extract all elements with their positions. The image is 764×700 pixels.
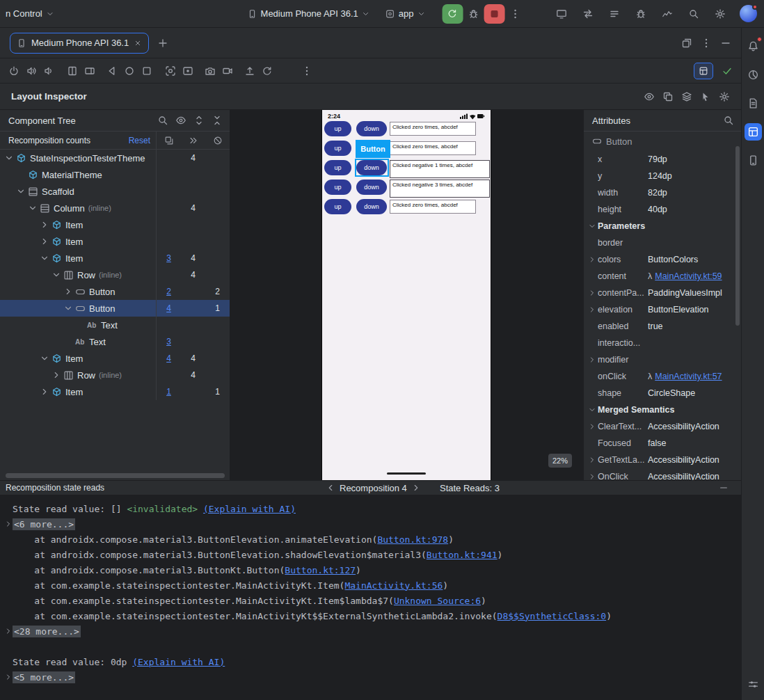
collapsed-frames[interactable]: <28 more...> xyxy=(13,626,81,637)
layout-inspector-toggle[interactable] xyxy=(694,63,713,79)
chevron-right-icon[interactable] xyxy=(588,472,598,480)
attr-section-merged-semantics[interactable]: Merged Semantics xyxy=(584,401,741,418)
attr-row-content[interactable]: contentλMainActivity.kt:59 xyxy=(584,268,741,285)
attr-row-shape[interactable]: shapeCircleShape xyxy=(584,385,741,401)
recomposition-count[interactable]: 3 xyxy=(157,253,181,263)
down-button[interactable]: down xyxy=(356,180,387,195)
chevron-right-icon[interactable] xyxy=(40,237,51,246)
layers-icon[interactable] xyxy=(681,91,692,102)
eye-icon[interactable] xyxy=(644,91,655,102)
attr-row-focused[interactable]: Focusedfalse xyxy=(584,435,741,452)
attr-row-border[interactable]: border xyxy=(584,234,741,251)
nav-back-icon[interactable] xyxy=(106,65,118,77)
attr-row-x[interactable]: x79dp xyxy=(584,151,741,168)
attr-row-onclick[interactable]: onClickλMainActivity.kt:57 xyxy=(584,368,741,385)
source-link[interactable]: MainActivity.kt:57 xyxy=(655,372,722,381)
chevron-right-icon[interactable] xyxy=(588,289,598,297)
tree-node-item[interactable]: Item44 xyxy=(0,350,230,367)
attr-row-colors[interactable]: colorsButtonColors xyxy=(584,251,741,268)
vertical-scrollbar[interactable] xyxy=(735,146,740,326)
up-button[interactable]: up xyxy=(324,160,351,175)
up-button[interactable]: up xyxy=(324,199,351,214)
console-link[interactable]: Button.kt:127 xyxy=(285,565,356,575)
console-link[interactable]: Button.kt:978 xyxy=(377,534,448,545)
layout-inspector-icon[interactable] xyxy=(745,123,762,141)
tree-node-text[interactable]: AbText3 xyxy=(0,333,230,350)
reset-counts-link[interactable]: Reset xyxy=(129,136,156,145)
chevron-down-icon[interactable] xyxy=(16,186,28,196)
device-icon[interactable] xyxy=(745,152,762,169)
run-config-selector[interactable]: app xyxy=(381,6,430,22)
chevron-down-icon[interactable] xyxy=(40,353,51,363)
device-mirror[interactable]: 2:24 updownClicked zero times, abcdefupd… xyxy=(322,110,491,480)
add-tab-icon[interactable] xyxy=(157,38,168,49)
reset-icon[interactable] xyxy=(262,65,273,77)
prev-recomposition-icon[interactable] xyxy=(326,483,335,493)
horizontal-scrollbar[interactable] xyxy=(6,473,225,478)
console-link[interactable]: Unknown Source:6 xyxy=(394,596,481,606)
minus-icon[interactable] xyxy=(720,38,731,49)
camera-icon[interactable] xyxy=(205,65,216,77)
unfold-icon[interactable] xyxy=(193,115,205,126)
sliders-icon[interactable] xyxy=(745,676,762,693)
search-icon[interactable] xyxy=(723,115,734,126)
slash-icon[interactable] xyxy=(205,136,230,145)
attr-row-onclick[interactable]: OnClickAccessibilityAction xyxy=(584,468,741,480)
chevron-right-icon[interactable] xyxy=(63,287,75,296)
recomposition-count[interactable]: 1 xyxy=(157,387,181,397)
recomposition-count[interactable]: 4 xyxy=(157,303,181,313)
tree-node-scaffold[interactable]: Scaffold xyxy=(0,183,230,200)
volume-down-icon[interactable] xyxy=(43,65,54,77)
chevron-right-icon[interactable] xyxy=(51,370,63,380)
up-button[interactable]: up xyxy=(324,180,351,195)
console-link[interactable]: D8$$SyntheticClass:0 xyxy=(498,611,607,621)
chevron-down-icon[interactable] xyxy=(28,203,40,213)
chevron-right-icon[interactable] xyxy=(588,456,598,464)
tree-node-button[interactable]: Button22 xyxy=(0,283,230,300)
pie-icon[interactable] xyxy=(745,66,762,83)
collapsed-frames[interactable]: <6 more...> xyxy=(13,518,75,530)
vcs-widget[interactable]: n Control xyxy=(1,6,58,22)
list-icon[interactable] xyxy=(609,8,620,19)
tree-node-row[interactable]: Row(inline)4 xyxy=(0,367,230,383)
tree-node-item[interactable]: Item xyxy=(0,233,230,250)
tree-node-item[interactable]: Item11 xyxy=(0,383,230,400)
search-icon[interactable] xyxy=(688,8,699,19)
volume-up-icon[interactable] xyxy=(26,65,37,77)
chevron-right-icon[interactable] xyxy=(40,387,51,397)
attr-row-interactio[interactable]: interactio... xyxy=(584,335,741,351)
doc-icon[interactable] xyxy=(745,95,762,112)
skips-icon[interactable] xyxy=(181,136,205,145)
chevron-right-icon[interactable] xyxy=(588,422,598,431)
collapsed-frames[interactable]: <5 more...> xyxy=(13,671,75,683)
tree-node-text[interactable]: AbText xyxy=(0,317,230,333)
expand-frames-icon[interactable] xyxy=(4,627,13,635)
attr-row-modifier[interactable]: modifier xyxy=(584,351,741,368)
attr-row-y[interactable]: y124dp xyxy=(584,168,741,184)
console-link[interactable]: MainActivity.kt:56 xyxy=(344,580,443,591)
attr-row-enabled[interactable]: enabledtrue xyxy=(584,318,741,335)
nav-home-icon[interactable] xyxy=(124,65,135,77)
chevron-down-icon[interactable] xyxy=(588,406,598,414)
tree-node-materialtheme[interactable]: MaterialTheme xyxy=(0,166,230,183)
tree-node-button[interactable]: Button41 xyxy=(0,300,230,317)
attr-row-width[interactable]: width82dp xyxy=(584,184,741,201)
more-vert-icon[interactable] xyxy=(301,65,312,77)
up-button[interactable]: up xyxy=(324,121,351,136)
pick-icon[interactable] xyxy=(700,91,711,102)
chevron-right-icon[interactable] xyxy=(588,255,598,264)
close-icon[interactable] xyxy=(134,39,142,47)
stack-icon[interactable] xyxy=(157,136,181,145)
gear-icon[interactable] xyxy=(715,8,726,19)
source-link[interactable]: MainActivity.kt:59 xyxy=(655,271,722,281)
search-icon[interactable] xyxy=(157,115,168,126)
more-actions-icon[interactable] xyxy=(509,8,520,19)
chevron-down-icon[interactable] xyxy=(588,222,598,230)
up-button[interactable]: up xyxy=(324,141,351,156)
console-link[interactable]: Button.kt:941 xyxy=(427,550,498,560)
attr-row-contentpa[interactable]: contentPa...PaddingValuesImpl xyxy=(584,285,741,301)
power-icon[interactable] xyxy=(8,65,19,77)
stop-button[interactable] xyxy=(484,4,504,24)
tree-node-item[interactable]: Item xyxy=(0,216,230,233)
monitor-icon[interactable] xyxy=(556,8,567,19)
